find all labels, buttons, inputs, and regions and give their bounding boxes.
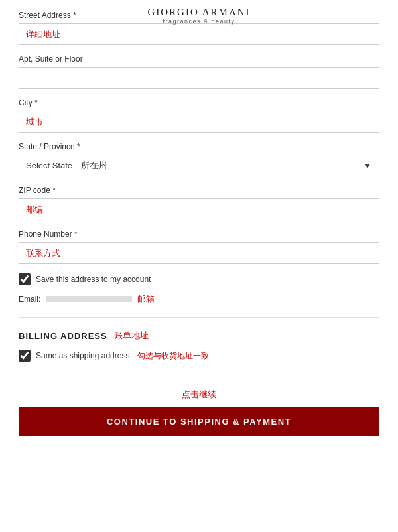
continue-button[interactable]: CONTINUE TO SHIPPING & PAYMENT [19, 407, 379, 436]
billing-title-row: BILLING ADDRESS 账单地址 [19, 330, 379, 342]
save-address-label: Save this address to my account [36, 275, 151, 284]
phone-label: Phone Number * [19, 230, 379, 239]
continue-link[interactable]: 点击继续 [182, 389, 216, 399]
continue-link-row: 点击继续 [19, 389, 379, 401]
apt-label: Apt, Suite or Floor [19, 54, 379, 64]
state-group: State / Province * Select State 所在州 ▼ [19, 142, 379, 176]
billing-title: BILLING ADDRESS [19, 331, 107, 341]
email-label: Email: [19, 295, 40, 304]
page-wrapper: GIORGIO ARMANI fragrances & beauty Stree… [0, 0, 398, 449]
same-as-shipping-label: Same as shipping address [36, 351, 129, 360]
save-address-row: Save this address to my account [19, 273, 379, 285]
city-input[interactable] [19, 111, 379, 133]
zip-label: ZIP code * [19, 186, 379, 195]
billing-section: BILLING ADDRESS 账单地址 Same as shipping ad… [19, 330, 379, 375]
state-select-wrapper: Select State 所在州 ▼ [19, 155, 379, 176]
city-label: City * [19, 98, 379, 107]
apt-group: Apt, Suite or Floor [19, 54, 379, 89]
billing-checkbox-row: Same as shipping address 勾选与收货地址一致 [19, 350, 379, 375]
state-label: State / Province * [19, 142, 379, 151]
state-select[interactable]: Select State 所在州 [19, 155, 379, 176]
email-value-bar [46, 296, 132, 302]
billing-chinese: 账单地址 [114, 330, 149, 342]
save-address-checkbox[interactable] [19, 273, 31, 285]
street-address-group: Street Address * [19, 4, 379, 45]
apt-input[interactable] [19, 67, 379, 89]
email-chinese: 邮箱 [137, 293, 155, 305]
same-as-shipping-checkbox[interactable] [19, 350, 31, 362]
street-address-input[interactable] [19, 23, 379, 45]
same-as-shipping-chinese: 勾选与收货地址一致 [137, 350, 209, 362]
city-group: City * [19, 98, 379, 133]
zip-input[interactable] [19, 198, 379, 220]
zip-group: ZIP code * [19, 186, 379, 220]
phone-group: Phone Number * [19, 230, 379, 264]
phone-input[interactable] [19, 242, 379, 264]
street-label: Street Address * [19, 11, 379, 20]
email-row: Email: 邮箱 [19, 293, 379, 318]
